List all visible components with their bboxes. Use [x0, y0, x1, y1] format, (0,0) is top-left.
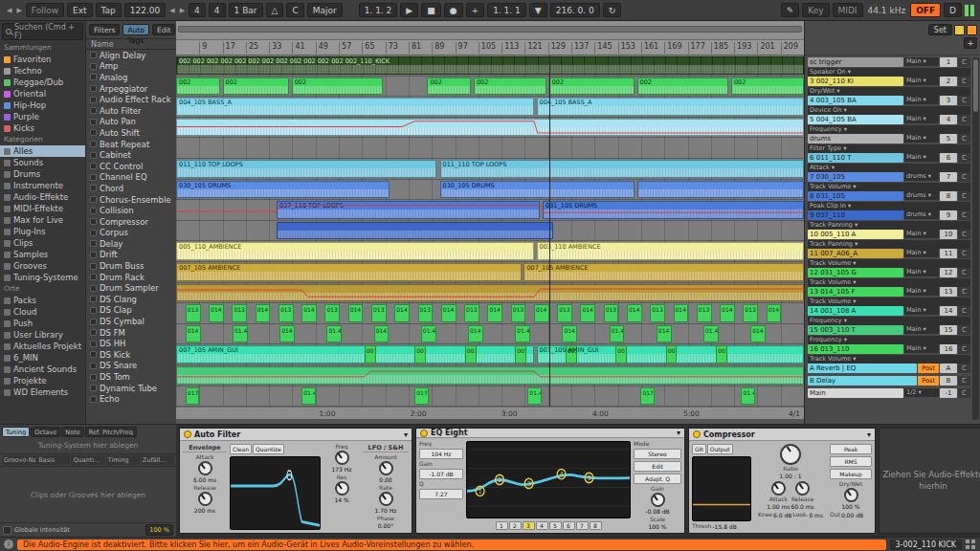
band-freq-value[interactable]: 104 Hz	[419, 449, 463, 459]
arrangement-clip[interactable]: 014	[348, 304, 364, 322]
output-routing-select[interactable]: Main ▾	[904, 96, 939, 104]
track-number-button[interactable]: 9	[940, 210, 957, 220]
arrangement-clip[interactable]: 013	[697, 304, 712, 322]
track-number-button[interactable]: 15	[940, 325, 957, 335]
automation-chooser[interactable]: Dry/Wet ▾	[808, 87, 970, 96]
crossfade-assign-button[interactable]: C	[958, 230, 970, 239]
sidebar-item-wd-elements[interactable]: WD Elements	[0, 386, 85, 398]
arrangement-clip[interactable]: 014	[256, 304, 271, 322]
device-on-toggle[interactable]	[184, 430, 191, 438]
sidebar-item-packs[interactable]: Packs	[0, 295, 85, 306]
track-lane[interactable]: 037_110 TOP LOOPS031_105 DRUMS	[176, 200, 804, 221]
arrangement-clip[interactable]: 01.4	[515, 325, 530, 343]
automation-chooser[interactable]: Track Panning ▾	[808, 221, 970, 230]
eq-band-button-5[interactable]: 5	[549, 521, 562, 530]
arrangement-clip[interactable]: 007_105 AMBIENCE	[523, 263, 804, 281]
track-name[interactable]: 15 003_110 T	[808, 325, 903, 335]
return-letter-button[interactable]: A	[940, 364, 957, 373]
crossfade-assign-button[interactable]: C	[958, 210, 970, 220]
eq-band-button-6[interactable]: 6	[563, 521, 575, 530]
browser-device-drum-sampler[interactable]: Drum Sampler	[86, 282, 176, 294]
arrangement-clip[interactable]: 014	[441, 304, 457, 322]
return-track-b-delay[interactable]: B DelayPostBC	[808, 376, 970, 387]
arrangement-clip[interactable]: 002	[549, 77, 635, 96]
sidebar-item-audio-effekte[interactable]: Audio-Effekte	[0, 191, 85, 203]
arrangement-clip[interactable]: 014	[580, 304, 595, 322]
browser-device-ds-clap[interactable]: DS Clap	[86, 305, 176, 317]
arrangement-clip[interactable]	[176, 284, 804, 302]
sidebar-item-drums[interactable]: Drums	[0, 168, 85, 180]
rate-knob[interactable]	[379, 492, 393, 506]
groove-drop-area[interactable]: Clips oder Grooves hier ablegen	[0, 467, 176, 522]
output-routing-select[interactable]: Main ▾	[904, 344, 939, 353]
automation-chooser[interactable]: Track Volume ▾	[808, 298, 970, 306]
browser-device-cc-control[interactable]: CC Control	[86, 161, 176, 172]
crossfade-assign-button[interactable]: C	[958, 306, 970, 316]
browser-device-ds-hh[interactable]: DS HH	[86, 338, 176, 349]
browser-device-channel-eq[interactable]: Channel EQ	[86, 172, 176, 184]
device-menu-icon[interactable]: ▾	[677, 429, 680, 437]
arrangement-clip[interactable]: 002	[176, 77, 220, 96]
track-number-button[interactable]: 5	[940, 134, 957, 143]
quantize-beat-button[interactable]: Quantize	[253, 444, 284, 454]
arrangement-clip[interactable]	[176, 366, 804, 385]
arrangement-clip[interactable]: 013	[743, 304, 758, 322]
return-track-name[interactable]: A Reverb | EQ	[808, 364, 917, 373]
track-number-button[interactable]: 1	[940, 57, 957, 67]
attack-knob[interactable]	[198, 461, 212, 475]
sidebar-item-clips[interactable]: Clips	[0, 237, 85, 249]
out-value[interactable]: 0.00 dB	[841, 512, 863, 518]
track-lane[interactable]: 01401.401401.401401.401401.401401.401401…	[176, 324, 804, 345]
crossfade-assign-button[interactable]: C	[958, 172, 970, 182]
draw-mode-button[interactable]: ✎	[781, 3, 800, 17]
browser-device-beat-repeat[interactable]: Beat Repeat	[86, 139, 176, 150]
band-gain-value[interactable]: -1.07 dB	[419, 469, 463, 479]
track-number-button[interactable]: 4	[940, 115, 957, 124]
browser-device-analog[interactable]: Analog	[86, 72, 176, 83]
arrangement-clip[interactable]: 030_105 DRUMS	[440, 181, 635, 199]
groove-column-basis[interactable]: Basis	[36, 455, 70, 465]
scale-name-select[interactable]: Major	[307, 3, 343, 17]
track-name[interactable]: 3 002_110 KI	[808, 77, 903, 86]
arrangement-clip[interactable]: 030_105 DRUMS	[176, 181, 390, 199]
play-button[interactable]: ▶	[400, 3, 418, 17]
amount-knob[interactable]	[379, 461, 393, 475]
browser-device-collision[interactable]: Collision	[86, 205, 176, 216]
sidebar-item-kicks[interactable]: Kicks	[0, 122, 85, 134]
arrangement-clip[interactable]: 002	[427, 77, 471, 96]
track-lane[interactable]	[176, 221, 804, 242]
automation-chooser[interactable]: Device On ▾	[808, 106, 970, 115]
device-drop-area[interactable]: Ziehen Sie Audio-Effekte hierhin	[879, 428, 980, 534]
arrangement-clip[interactable]: 013	[557, 304, 572, 322]
track-name[interactable]: 10 005_110 A	[808, 230, 903, 239]
arrangement-clip[interactable]: 014	[301, 304, 317, 322]
browser-device-compressor[interactable]: Compressor	[86, 216, 176, 228]
arrangement-clip[interactable]: 011_110 TOP LOOPS	[440, 160, 804, 178]
main-track-header[interactable]: Main1/2 ▾-1C	[808, 388, 970, 400]
eq-band-button-2[interactable]: 2	[509, 521, 522, 530]
filter-display[interactable]	[230, 456, 321, 530]
output-routing-select[interactable]: Main ▾	[904, 230, 939, 238]
track-name[interactable]: 12 031_105 G	[808, 268, 903, 277]
track-header-5-004-105-ba[interactable]: 5 004_105 BAMain ▾4CFrequency ▾	[808, 115, 970, 134]
arrangement-clip[interactable]: 01.4	[326, 325, 342, 343]
automation-chooser[interactable]: Track Volume ▾	[808, 355, 970, 364]
crossfade-assign-button[interactable]: C	[958, 96, 970, 105]
crossfade-assign-button[interactable]: C	[958, 249, 970, 258]
track-number-button[interactable]: 16	[940, 344, 957, 354]
track-number-button[interactable]: 14	[940, 306, 957, 316]
beat-time-ruler[interactable]: 9172533414957657381899710511312112913714…	[176, 40, 804, 55]
arrangement-clip[interactable]: 001	[465, 345, 477, 364]
arrangement-clip[interactable]: 001	[414, 345, 426, 364]
automation-chooser[interactable]: Track Panning ▾	[808, 240, 970, 249]
quantize-menu[interactable]: 1 Bar	[229, 3, 263, 17]
scale-value[interactable]: 100 %	[648, 523, 666, 530]
arrangement-clip[interactable]: 002 002 002 002 002 002 002 002 002 002 …	[176, 56, 804, 75]
arrangement-clip[interactable]: 001	[716, 345, 727, 364]
track-lane[interactable]	[176, 283, 804, 304]
audio-engine-off-badge[interactable]: OFF	[910, 3, 941, 17]
loop-button[interactable]: ↻	[603, 3, 622, 17]
crossfade-assign-button[interactable]: C	[958, 77, 970, 86]
track-lane[interactable]	[176, 365, 804, 386]
arrangement-clip[interactable]: 014	[468, 325, 483, 343]
